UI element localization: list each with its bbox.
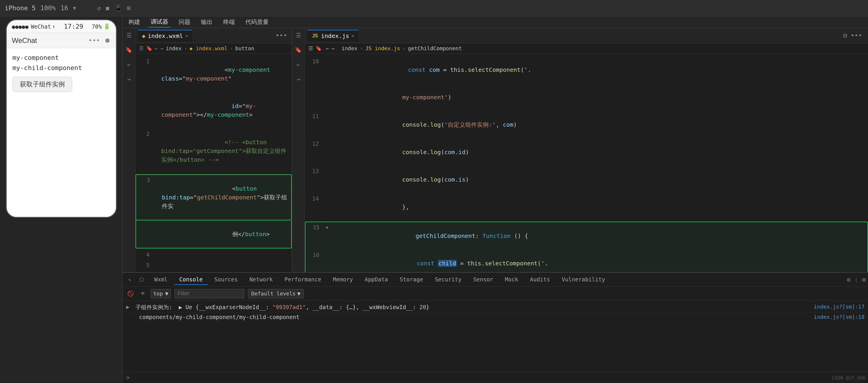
battery-icon: 🔋 (103, 23, 111, 30)
toolbar-item-output[interactable]: 输出 (198, 17, 215, 27)
js-more-icon[interactable]: ••• (850, 32, 862, 39)
wxml-tab-icon: ◆ (142, 32, 146, 39)
wxml-tab-more-icon[interactable]: ••• (273, 32, 289, 39)
wxml-breadcrumb-back-icon[interactable]: ← (155, 45, 158, 52)
breadcrumb-icons: ☰ 🔖 ← → (139, 45, 163, 52)
console-prompt: > (126, 374, 130, 381)
stop-icon[interactable]: ◼ (106, 4, 110, 12)
component-label-1: my-component (12, 54, 110, 61)
devtools-block-icon[interactable]: ⬡ (137, 275, 147, 285)
tab-sources[interactable]: Sources (209, 275, 243, 285)
tab-storage[interactable]: Storage (395, 275, 429, 285)
wxml-breadcrumb: ☰ 🔖 ← → index › ◆ index.wxml › button (135, 43, 292, 54)
record-icon[interactable]: ⏺ (104, 37, 111, 44)
main-layout: ●●●●● WeChat ⇡ 17:29 70% 🔋 WeChat ••• ⏺ … (0, 17, 868, 383)
code-line-1: 1 <my-component class="my-component" (135, 56, 292, 92)
js-code-area[interactable]: 10 const com = this.selectComponent('. (305, 54, 868, 272)
phone-battery: 70% 🔋 (92, 23, 111, 30)
editors-row: ☰ 🔖 ← → ◆ index.wxml ✕ (123, 28, 868, 272)
console-log-row-2: components/my-child-component/my-child-c… (123, 313, 868, 322)
wxml-tab-close[interactable]: ✕ (185, 33, 188, 38)
wxml-breadcrumb-index: index (166, 45, 182, 52)
console-log-link-1[interactable]: index.js?[sm]:17 (814, 304, 865, 310)
js-tab-active[interactable]: JS index.js ✕ (307, 30, 359, 41)
tab-console[interactable]: Console (174, 275, 208, 285)
wxml-breadcrumb-bookmark-icon[interactable]: 🔖 (146, 45, 152, 52)
tab-vulnerability[interactable]: Vulnerability (556, 275, 611, 285)
sidebar-bookmark-icon[interactable]: 🔖 (124, 45, 134, 55)
devtools-expand-icon[interactable]: ⊞ (862, 276, 866, 283)
console-levels-select[interactable]: Default levels ▼ (248, 289, 304, 298)
toolbar-item-terminal[interactable]: 终端 (221, 17, 237, 27)
phone-button-get-child[interactable]: 获取子组件实例 (12, 77, 72, 92)
device-label: iPhone 5 (5, 4, 36, 12)
js-breadcrumb-forward-icon[interactable]: → (332, 45, 335, 52)
console-log-link-2[interactable]: index.js?[sm]:18 (814, 314, 865, 320)
toolbar-item-problems[interactable]: 问题 (177, 17, 193, 27)
console-filter-input[interactable] (174, 289, 244, 298)
js-tab-icon: JS (311, 33, 319, 39)
js-breadcrumb-index: index (342, 45, 358, 52)
js-sidebar-icons: ☰ 🔖 ← → (292, 28, 305, 272)
phone-signal: ●●●●● WeChat ⇡ (12, 23, 56, 30)
js-sidebar-bookmark-icon[interactable]: 🔖 (293, 45, 304, 55)
js-line-14: 14 }, (305, 193, 868, 221)
devtools-more-icon[interactable]: ⋮ (854, 276, 859, 283)
console-clear-icon[interactable]: 🚫 (126, 289, 135, 298)
devtools-cursor-icon[interactable]: ↖ (125, 275, 135, 285)
sidebar-hamburger-icon[interactable]: ☰ (124, 30, 134, 40)
js-sidebar-back-icon[interactable]: ← (293, 60, 304, 69)
tab-network[interactable]: Network (244, 275, 278, 285)
wxml-code-area[interactable]: 1 <my-component class="my-component" (135, 54, 292, 272)
bottom-left-icons: ↖ ⬡ (125, 275, 147, 285)
zoom-label: 100% (40, 4, 56, 12)
code-line-3: 3 <button bind:tap="getChildComponent">获… (135, 174, 292, 220)
js-split-icon[interactable]: ⊟ (843, 32, 847, 39)
js-sidebar-hamburger-icon[interactable]: ☰ (293, 30, 304, 40)
device-view-icon[interactable]: 📱 (114, 4, 122, 12)
tab-sensor[interactable]: Sensor (468, 275, 499, 285)
wxml-editor: ☰ 🔖 ← → ◆ index.wxml ✕ (123, 28, 292, 272)
tab-mock[interactable]: Mock (500, 275, 524, 285)
console-log-expand-icon-1[interactable]: ▶ (126, 304, 132, 310)
tab-wxml[interactable]: Wxml (149, 275, 173, 285)
tab-audits[interactable]: Audits (525, 275, 556, 285)
console-eye-icon[interactable]: 👁 (138, 289, 147, 298)
sidebar-back-icon[interactable]: ← (124, 60, 134, 69)
devtools-tabs-bar: ↖ ⬡ Wxml Console Sources Network Perform… (123, 273, 868, 287)
dropdown-arrow-icon[interactable]: ▼ (73, 5, 76, 11)
wxml-breadcrumb-file: ◆ index.wxml (190, 45, 227, 52)
watermark: CSDN @lf_666 (832, 375, 866, 381)
tab-memory[interactable]: Memory (328, 275, 359, 285)
layout-icon[interactable]: ⊞ (127, 4, 130, 12)
js-breadcrumb-file: JS index.js (365, 45, 400, 52)
js-breadcrumb-bookmark-icon[interactable]: 🔖 (315, 45, 322, 52)
devtools-settings-icon[interactable]: ⚙ (847, 276, 850, 283)
editors-area: 构建 调试器 问题 输出 终端 代码质量 ☰ 🔖 ← → (123, 17, 868, 383)
refresh-icon[interactable]: ↺ (97, 4, 101, 12)
js-breadcrumb-back-icon[interactable]: ← (326, 45, 329, 52)
wxml-breadcrumb-menu-icon[interactable]: ☰ (139, 45, 144, 52)
console-toolbar: 🚫 👁 top ▼ Default levels ▼ (123, 287, 868, 301)
console-top-select[interactable]: top ▼ (151, 289, 171, 298)
component-label-2: my-child-component (12, 64, 110, 71)
console-log-text-1: 子组件实例为: ▶ Ue {__wxExparserNodeId__: "993… (135, 304, 810, 311)
tab-performance[interactable]: Performance (279, 275, 327, 285)
js-line-15: 15 ▾ getChildComponent: function () { (306, 222, 867, 250)
wxml-breadcrumb-forward-icon[interactable]: → (160, 45, 163, 52)
js-tab-close[interactable]: ✕ (352, 33, 354, 38)
toolbar-item-build[interactable]: 构建 (126, 17, 143, 27)
sidebar-forward-icon[interactable]: → (124, 74, 134, 84)
toolbar-item-debugger[interactable]: 调试器 (148, 17, 170, 27)
js-sidebar-forward-icon[interactable]: → (293, 74, 304, 84)
wxml-tab-active[interactable]: ◆ index.wxml ✕ (138, 30, 192, 41)
tab-security[interactable]: Security (430, 275, 467, 285)
tab-appdata[interactable]: AppData (359, 275, 393, 285)
wifi-icon: ⇡ (52, 23, 55, 30)
phone-content: my-component my-child-component 获取子组件实例 (7, 48, 116, 217)
more-icon[interactable]: ••• (89, 37, 100, 44)
js-breadcrumb-menu-icon[interactable]: ☰ (308, 45, 313, 52)
toolbar-item-quality[interactable]: 代码质量 (243, 17, 271, 27)
console-input-row: > (123, 371, 868, 383)
code-line-4: 4 (135, 249, 292, 260)
